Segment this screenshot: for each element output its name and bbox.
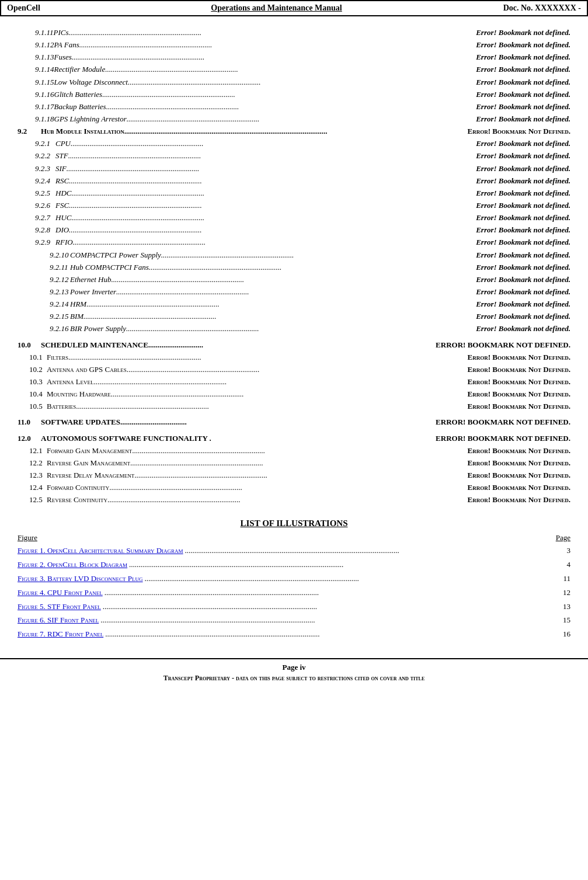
toc-error: Error! Bookmark not defined. <box>476 224 570 236</box>
toc-title: GPS Lightning Arrestor <box>54 113 127 125</box>
toc-title: Low Voltage Disconnect <box>54 76 128 88</box>
toc-title: Forward Gain Management <box>47 445 132 457</box>
toc-entry-9-2-5: 9.2.5 HDC ..............................… <box>18 187 570 199</box>
toc-rows-12: 12.1 Forward Gain Management ...........… <box>18 445 570 506</box>
toc-error: Error! Bookmark not defined. <box>476 298 570 310</box>
toc-title: CPU <box>55 138 71 149</box>
toc-error: Error! Bookmark Not Defined. <box>468 388 570 400</box>
toc-dots: ........................................… <box>68 352 468 363</box>
illus-page: 3 <box>559 545 570 557</box>
toc-error: Error! Bookmark not defined. <box>476 262 570 273</box>
illus-label[interactable]: Figure 3. Battery LVD Disconnect Plug <box>18 573 143 585</box>
toc-error: Error! Bookmark not defined. <box>476 323 570 335</box>
toc-title: BIM <box>70 311 83 322</box>
toc-num: 9.2.8 <box>18 224 55 236</box>
toc-error: Error! Bookmark not defined. <box>476 51 570 63</box>
toc-entry-9-1-18: 9.1.18 GPS Lightning Arrestor ..........… <box>18 113 570 125</box>
toc-num: 9.2.3 <box>18 163 55 175</box>
illus-label[interactable]: Figure 7. RDC Front Panel <box>18 628 103 641</box>
page-footer: Page iv Transcept Proprietary - data on … <box>0 658 588 685</box>
toc-num: 9.2.1 <box>18 138 55 149</box>
toc-dots: ........................................… <box>161 249 476 261</box>
header-company: OpenCell <box>7 4 77 13</box>
toc-num: 9.2.6 <box>18 200 55 211</box>
toc-title: PICs <box>54 27 69 39</box>
toc-num: 12.3 <box>18 469 47 481</box>
toc-entry-9-2-6: 9.2.6 FSC ..............................… <box>18 200 570 211</box>
illus-page: 4 <box>559 559 570 571</box>
toc-title: Hub COMPACTPCI Fans <box>70 262 149 273</box>
illus-page: 12 <box>559 587 570 599</box>
toc-dots-92: ........................................… <box>124 126 468 137</box>
toc-num: 9.1.14 <box>18 64 54 75</box>
toc-entry-9-1-11: 9.1.11 PICs ............................… <box>18 27 570 39</box>
toc-title: Glitch Batteries <box>54 89 103 100</box>
toc-entry-10-1: 10.1 Filters ...........................… <box>18 352 570 363</box>
toc-entry-9-2-10: 9.2.10 COMPACTPCI Power Supply .........… <box>18 249 570 261</box>
toc-title: RSC <box>55 175 69 187</box>
illus-label[interactable]: Figure 1. OpenCell Architectural Summary… <box>18 545 183 557</box>
toc-entry-9-2-12: 9.2.12 Ethernet Hub ....................… <box>18 274 570 286</box>
toc-entry-120: 12.0 Autonomous Software Functionality .… <box>18 433 570 444</box>
toc-num-92: 9.2 <box>18 126 41 137</box>
toc-dots: ........................................… <box>69 27 476 39</box>
illustrations-title: LIST OF ILLUSTRATIONS <box>0 519 588 528</box>
toc-dots: ........................................… <box>71 138 476 149</box>
illustrations-header: Figure Page <box>0 533 588 542</box>
toc-dots: ........................................… <box>132 445 467 457</box>
toc-title: Reverse Continuity <box>47 494 107 506</box>
toc-error: Error! Bookmark not defined. <box>476 138 570 149</box>
toc-dots-100: ............................. <box>148 339 436 351</box>
toc-title-120: Autonomous Software Functionality . <box>41 433 211 444</box>
toc-title: HDC <box>55 187 71 199</box>
toc-entry-9-2-2: 9.2.2 STF ..............................… <box>18 150 570 162</box>
toc-entry-12-5: 12.5 Reverse Continuity ................… <box>18 494 570 506</box>
toc-dots: ........................................… <box>111 274 476 286</box>
toc-dots: ........................................… <box>79 39 476 51</box>
illus-label[interactable]: Figure 2. OpenCell Block Diagram <box>18 559 127 571</box>
toc-title: RFIO <box>55 236 73 248</box>
toc-num-120: 12.0 <box>18 433 41 444</box>
toc-title: Reverse Delay Management <box>47 469 134 481</box>
toc-num: 9.1.11 <box>18 27 54 39</box>
toc-error: Error! Bookmark Not Defined. <box>468 494 570 506</box>
illus-label[interactable]: Figure 5. STF Front Panel <box>18 601 101 613</box>
illus-label[interactable]: Figure 6. SIF Front Panel <box>18 614 99 627</box>
illus-label[interactable]: Figure 4. CPU Front Panel <box>18 587 103 599</box>
toc-error: Error! Bookmark not defined. <box>476 163 570 175</box>
toc-title-92: Hub Module Installation <box>41 126 124 137</box>
toc-dots: ........................................… <box>102 89 476 100</box>
toc-error-92: Error! Bookmark Not Defined. <box>468 126 570 137</box>
toc-error: Error! Bookmark Not Defined. <box>468 482 570 493</box>
footer-notice: Transcept Proprietary - data on this pag… <box>0 674 588 683</box>
toc-title: FSC <box>55 200 69 211</box>
toc-entry-9-2-14: 9.2.14 HRM .............................… <box>18 298 570 310</box>
illus-dots: ........................................… <box>101 601 559 613</box>
toc-entry-12-4: 12.4 Forward Continuity ................… <box>18 482 570 493</box>
toc-title: Rectifier Module <box>54 64 106 75</box>
toc-title: PA Fans <box>54 39 79 51</box>
toc-rows-91: 9.1.11 PICs ............................… <box>18 27 570 125</box>
toc-error: Error! Bookmark Not Defined. <box>468 445 570 457</box>
toc-title: HRM <box>70 298 86 310</box>
toc-title: STF <box>55 150 68 162</box>
toc-num: 9.2.5 <box>18 187 55 199</box>
toc-dots: ........................................… <box>149 262 476 273</box>
toc-title: DIO <box>55 224 69 236</box>
toc-rows-92: 9.2.1 CPU ..............................… <box>18 138 570 335</box>
toc-title: Antenna Level <box>47 376 94 388</box>
illus-page: 13 <box>559 601 570 613</box>
toc-title-110: Software Updates <box>41 416 120 428</box>
toc-dots: ........................................… <box>69 200 476 211</box>
illus-entry: Figure 2. OpenCell Block Diagram .......… <box>0 559 588 571</box>
toc-entry-9-2-11: 9.2.11 Hub COMPACTPCI Fans .............… <box>18 262 570 273</box>
page-number: Page iv <box>0 663 588 672</box>
toc-num: 9.1.18 <box>18 113 54 125</box>
toc-entry-9-2-7: 9.2.7 HUC ..............................… <box>18 212 570 224</box>
toc-entry-110: 11.0 Software Updates ..................… <box>18 416 570 428</box>
toc-entry-9-1-14: 9.1.14 Rectifier Module ................… <box>18 64 570 75</box>
toc-entry-9-1-13: 9.1.13 Fuses ...........................… <box>18 51 570 63</box>
toc-error: Error! Bookmark not defined. <box>476 113 570 125</box>
toc-error: Error! Bookmark not defined. <box>476 27 570 39</box>
illus-entry: Figure 6. SIF Front Panel ..............… <box>0 614 588 627</box>
